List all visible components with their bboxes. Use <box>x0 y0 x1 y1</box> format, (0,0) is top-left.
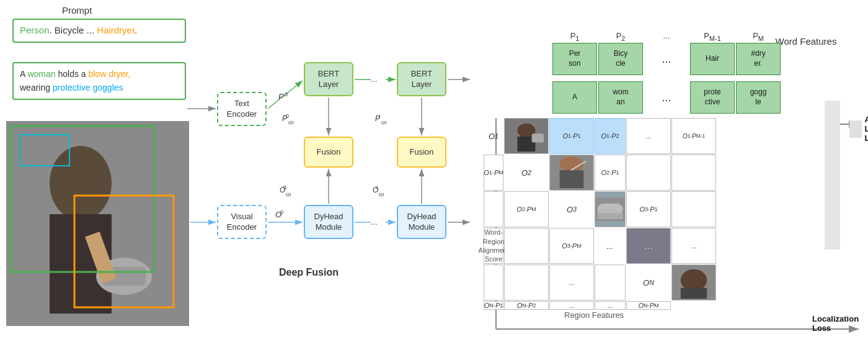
prompt-label: Prompt <box>62 5 92 16</box>
cell-o3-score: Word-RegionAlignmentScore <box>484 228 503 264</box>
word-woman: woman <box>598 81 643 114</box>
cell-dots-p2 <box>484 264 503 301</box>
row-label-o2: O2 <box>504 155 549 191</box>
deep-fusion-label: Deep Fusion <box>279 267 339 278</box>
cell-o1pm1: O1·PM-1 <box>671 118 716 154</box>
prompt-box-2: A woman holds a blow dryer, wearing prot… <box>12 62 186 100</box>
input-image <box>6 121 189 326</box>
cell-on-dots2: ... <box>595 301 626 310</box>
svg-text:i: i <box>376 184 378 191</box>
row-label-on: ON <box>626 264 671 301</box>
svg-text:O: O <box>280 186 285 194</box>
region-img-dots: ... <box>626 228 671 264</box>
cell-dots-mid <box>504 264 549 301</box>
matrix-area: Word Features P1 P2 ... PM-1 PM Person B… <box>484 31 843 329</box>
svg-text:0: 0 <box>283 184 286 191</box>
diagram: Prompt Person. Bicycle ... Hairdryer. A … <box>0 0 868 339</box>
svg-rect-55 <box>560 170 584 188</box>
cell-o2pm: O2·PM <box>504 191 549 227</box>
svg-text:0: 0 <box>286 113 289 119</box>
cell-o2pm1 <box>484 191 503 227</box>
dyhead-2-box: DyHeadModule <box>397 205 446 239</box>
svg-text:O: O <box>275 210 281 219</box>
prompt-hairdryer: Hairdryer <box>97 25 135 35</box>
svg-rect-66 <box>681 288 707 299</box>
svg-text:i2t: i2t <box>288 120 294 125</box>
prompt-person: Person <box>20 25 50 35</box>
prompt-box-1: Person. Bicycle ... Hairdryer. <box>12 19 186 43</box>
cell-o3p2-empty <box>671 191 716 227</box>
image-content <box>6 121 189 326</box>
svg-text:t2i: t2i <box>379 192 384 197</box>
word-dots-2: ... <box>644 81 689 114</box>
svg-text:i2t: i2t <box>381 120 387 125</box>
svg-text:P: P <box>375 114 380 123</box>
row-label-dots: ... <box>595 228 626 264</box>
cell-o3pm1 <box>504 228 549 264</box>
svg-text:...: ... <box>644 239 653 251</box>
word-bicycle: Bicycle <box>598 43 643 75</box>
svg-line-14 <box>268 81 303 109</box>
region-img-n <box>671 264 716 301</box>
region-img-2 <box>549 155 594 191</box>
cell-onp1: ON·P1 <box>484 301 503 310</box>
visual-encoder-box: VisualEncoder <box>217 205 267 239</box>
cell-o1-dots: ... <box>626 118 671 154</box>
fusion-2-box: Fusion <box>397 137 446 168</box>
bert-layer-1-box: BERTLayer <box>304 62 353 96</box>
svg-text:P: P <box>282 114 287 123</box>
prompt-woman: woman <box>27 69 55 79</box>
svg-text:...: ... <box>370 217 378 227</box>
word-features-label: Word Features <box>775 36 837 47</box>
svg-text:O: O <box>373 186 378 194</box>
word-goggle: goggle <box>736 81 781 114</box>
cell-onpm: ON·PM <box>626 301 671 310</box>
svg-text:0: 0 <box>280 209 283 215</box>
word-hair: Hair <box>690 43 735 75</box>
word-dryer: #dryer. <box>736 43 781 75</box>
localization-loss-label: Localization Loss <box>812 314 859 333</box>
cell-o1p2: O1·P2 <box>595 118 626 154</box>
cell-dots-pm <box>595 264 626 301</box>
svg-point-65 <box>681 269 707 291</box>
region-img-1 <box>504 118 549 154</box>
prompt-blowdryer: blow dryer, <box>89 69 131 79</box>
word-row-categories: Person Bicycle ... Hair #dryer. <box>552 42 781 76</box>
cell-o1pm: O1·PM <box>484 155 503 191</box>
region-img-3 <box>595 191 626 227</box>
row-label-o3: O3 <box>549 191 594 227</box>
cell-on-dots: ... <box>549 301 594 310</box>
svg-text:i: i <box>379 113 380 119</box>
cell-o2-dots <box>671 155 716 191</box>
bert-layer-2-box: BERTLayer <box>397 62 446 96</box>
svg-text:...: ... <box>370 74 378 84</box>
region-features-label: Region Features <box>564 310 624 320</box>
word-protective: protective <box>690 81 735 114</box>
svg-rect-61 <box>597 213 622 219</box>
text-encoder-box: TextEncoder <box>217 92 267 126</box>
fusion-1-box: Fusion <box>304 137 353 168</box>
word-a: A <box>552 81 597 114</box>
cell-o3p1: O3·P1 <box>626 191 671 227</box>
prompt-goggles: protective goggles <box>53 83 123 93</box>
cell-dots-p1: ... <box>671 228 716 264</box>
matrix-grid: O1 O1·P1 O1·P2 ... O1·PM-1 O1·PM O2 <box>484 118 716 310</box>
cell-o2p1: O2·P1 <box>595 155 626 191</box>
word-dots-1: ... <box>644 43 689 75</box>
svg-point-2 <box>50 146 112 220</box>
cell-dots-pm1: ... <box>549 264 594 301</box>
cell-onp2: ON·P2 <box>504 301 549 310</box>
alignment-loss-label: Alignment Loss Loss <box>849 115 868 143</box>
svg-rect-52 <box>532 133 544 142</box>
cell-o3pm: O3·PM <box>549 228 594 264</box>
svg-text:t2i: t2i <box>286 192 291 197</box>
svg-text:P: P <box>278 92 284 101</box>
row-label-o1: O1 <box>484 118 503 154</box>
word-person: Person <box>552 43 597 75</box>
word-row-sentence: A woman ... protective goggle <box>552 81 781 114</box>
svg-text:0: 0 <box>285 91 288 97</box>
dyhead-1-box: DyHeadModule <box>304 205 353 239</box>
cell-o1p1: O1·P1 <box>549 118 594 154</box>
cell-o2p2-empty <box>626 155 671 191</box>
